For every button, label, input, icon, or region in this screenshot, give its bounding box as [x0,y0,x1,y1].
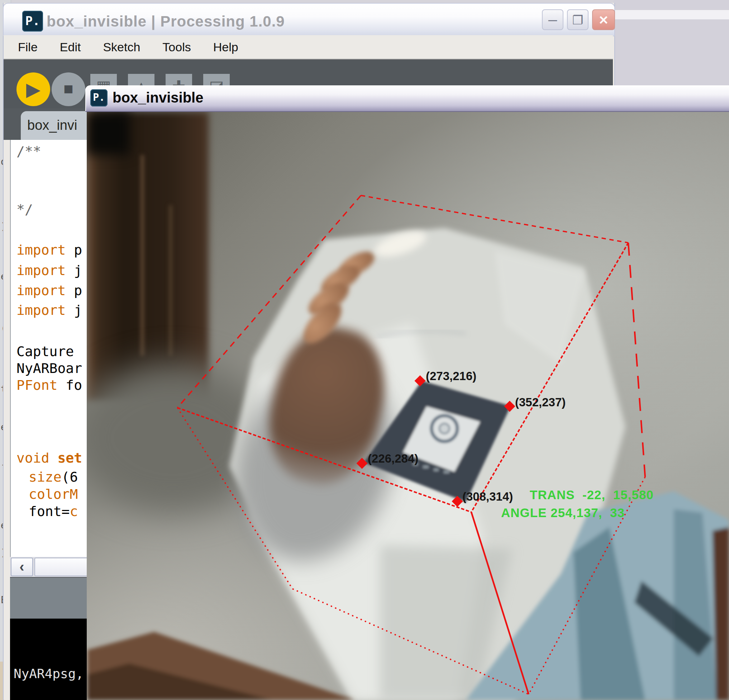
scroll-left-button[interactable]: ‹ [11,557,33,576]
marker-corner-diamond [504,400,515,412]
processing-sketch-icon: P. [90,89,107,106]
console-text: NyAR4psg, [14,666,84,681]
code-line: font=c [29,504,78,519]
processing-app-icon: P. [22,11,43,32]
ide-window-title: box_invisible | Processing 1.0.9 [46,13,285,30]
code-line: size(6 [29,469,78,485]
stop-button[interactable]: ■ [52,73,85,106]
sketch-titlebar[interactable]: P. box_invisible [85,85,729,112]
menu-help[interactable]: Help [205,40,246,54]
menu-bar: FileEditSketchToolsHelp [4,35,613,60]
sketch-window-title: box_invisible [113,90,203,106]
code-line: import j [16,302,82,318]
minimize-button[interactable]: ─ [542,9,563,30]
hud-trans-readout: TRANS -22, 15,580 [530,488,654,502]
code-line: NyARBoar [16,360,82,376]
sketch-window: P. box_invisible [85,85,729,700]
marker-corner-diamond [414,375,425,386]
menu-sketch[interactable]: Sketch [95,40,148,54]
code-line: import j [16,262,82,278]
maximize-button[interactable]: ❐ [567,9,588,30]
marker-corner-label: (273,216) [426,370,476,383]
hud-angle-readout: ANGLE 254,137, 33 [501,506,625,520]
marker-corner-diamond [356,458,367,469]
ide-titlebar[interactable]: P. box_invisible | Processing 1.0.9 ─ ❐ … [3,3,615,36]
screen: o)e(te-e)E P. box_invisible | Processing… [0,0,729,700]
code-line: Capture [16,343,82,359]
desktop-background-band [614,10,729,19]
code-line: /** [16,143,41,159]
menu-edit[interactable]: Edit [52,40,89,54]
code-line: */ [16,202,33,217]
run-button[interactable]: ▶ [16,73,50,106]
ar-cube-overlay [87,112,729,700]
code-line: void set [16,450,82,466]
close-button[interactable]: ✕ [592,9,615,30]
webcam-view: (273,216)(352,237)(226,284)(308,314)TRAN… [87,112,729,700]
code-line: import p [16,242,82,258]
tab-label: box_invi [27,118,77,133]
menu-tools[interactable]: Tools [154,40,199,54]
marker-corner-label: (308,314) [462,490,513,504]
code-line: PFont fo [16,377,82,393]
code-line: import p [16,282,82,298]
menu-file[interactable]: File [10,40,45,54]
marker-corner-label: (226,284) [368,452,418,466]
code-line: colorM [29,486,78,502]
marker-corner-label: (352,237) [515,396,566,409]
